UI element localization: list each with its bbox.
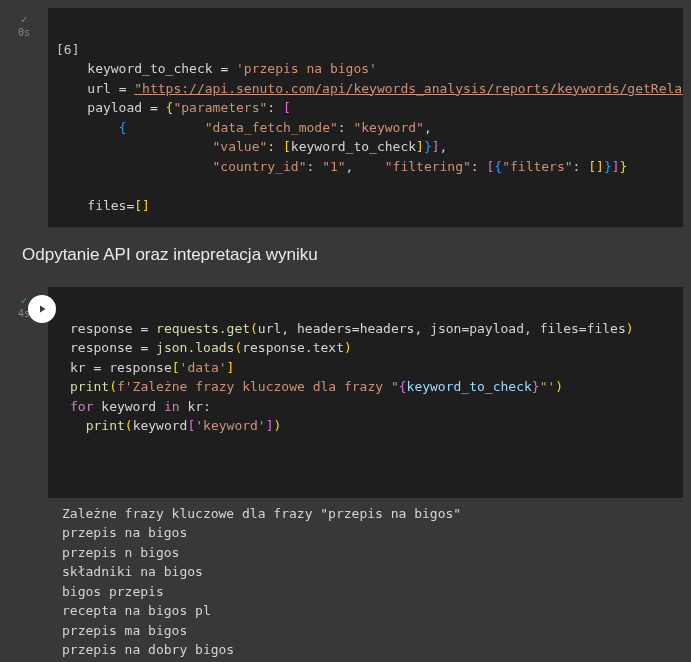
code-token: keyword_to_check [407,379,532,394]
code-token: payload [469,321,524,336]
code-token: headers [360,321,415,336]
code-token: files [540,321,579,336]
code-fstring: "' [540,379,556,394]
code-token: keyword_to_check [87,61,212,76]
cell-body: [6] keyword_to_check = 'przepis na bigos… [48,0,691,235]
code-cell-1: ✓ 0s [6] keyword_to_check = 'przepis na … [0,0,691,235]
code-fstring: f [117,379,125,394]
play-icon [36,303,48,315]
code-keyword: for [70,399,93,414]
check-icon: ✓ [21,295,28,306]
code-string: 'data' [180,360,227,375]
code-token: response [70,340,133,355]
code-string: "value" [213,139,268,154]
code-editor[interactable]: [6] keyword_to_check = 'przepis na bigos… [48,8,683,227]
code-url-string: "https://api.senuto.com/api/keywords_ana… [134,81,683,96]
code-fn: json.loads [156,340,234,355]
cell-body: response = requests.get(url, headers=hea… [48,279,691,662]
code-token: headers [297,321,352,336]
code-token: files [87,198,126,213]
cell-output: Zależne frazy kluczowe dla frazy "przepi… [48,498,691,663]
cell-gutter: ✓ 4s [0,279,48,319]
code-token: keyword [133,418,188,433]
code-token: json [430,321,461,336]
code-string: "parameters" [173,100,267,115]
code-string: "filters" [502,159,572,174]
code-string: 'keyword' [195,418,265,433]
code-fn: requests.get [156,321,250,336]
code-editor[interactable]: response = requests.get(url, headers=hea… [48,287,683,448]
code-token: keyword_to_check [291,139,416,154]
code-token: keyword [101,399,156,414]
code-token: response.text [242,340,344,355]
code-fn: print [86,418,125,433]
check-icon: ✓ [21,14,28,25]
code-string: "1" [322,159,345,174]
code-token: kr [70,360,86,375]
exec-time: 0s [18,27,30,38]
code-string: "filtering" [385,159,471,174]
code-string: 'przepis na bigos' [236,61,377,76]
run-cell-button[interactable] [28,295,56,323]
code-keyword: in [164,399,180,414]
code-token: response [109,360,172,375]
code-cell-2: ✓ 4s response = requests.get(url, header… [0,279,691,662]
code-string: "keyword" [353,120,423,135]
section-header: Odpytanie API oraz intepretacja wyniku [0,235,691,279]
code-token: url [87,81,110,96]
code-token: kr [187,399,203,414]
code-fstring: 'Zależne frazy kluczowe dla frazy " [125,379,399,394]
cell-gutter: ✓ 0s [0,0,48,38]
code-fn: print [70,379,109,394]
code-string: "data_fetch_mode" [205,120,338,135]
code-token: files [587,321,626,336]
code-token: response [70,321,133,336]
code-token: url [258,321,281,336]
code-token: payload [87,100,142,115]
code-string: "country_id" [213,159,307,174]
